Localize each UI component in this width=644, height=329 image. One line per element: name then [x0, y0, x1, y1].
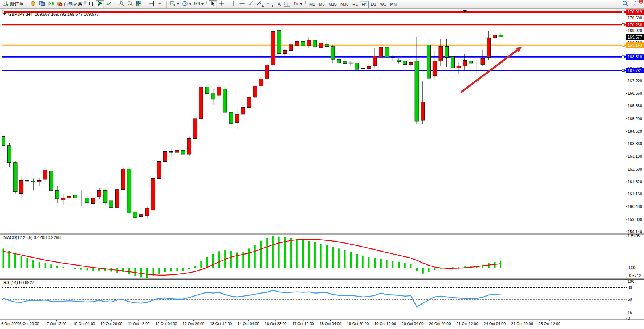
horizontal-line-tool-button[interactable]: [238, 0, 246, 8]
candle-body: [283, 51, 287, 54]
crosshair-tool-button[interactable]: [217, 0, 226, 8]
arrows-caret-icon: [300, 3, 302, 5]
timeframe-m30-button[interactable]: M30: [339, 1, 350, 8]
horizontal-line-icon: [239, 0, 245, 8]
timeframe-h1-button[interactable]: H1: [350, 1, 360, 8]
rsi-tick-label: 15: [628, 310, 632, 315]
time-tick-label: 12 Oct 04:00: [155, 322, 177, 326]
market-watch-button[interactable]: [38, 0, 46, 8]
candle-body: [307, 40, 311, 46]
arrows-tool-button[interactable]: [292, 0, 304, 8]
candle-body: [277, 31, 281, 54]
candle-body: [169, 152, 173, 152]
candle-body: [265, 65, 269, 79]
time-tick-label: 18 Oct 20:00: [347, 322, 369, 326]
channel-tool-button[interactable]: E: [255, 0, 265, 8]
search-button[interactable]: [621, 0, 630, 8]
price-badge-168.510-text: 168.510: [628, 55, 642, 59]
line-handle-icon: [622, 24, 624, 26]
templates-button[interactable]: [193, 0, 205, 8]
price-badge-170.919-text: 170.919: [628, 10, 642, 14]
bar-chart-icon: [88, 0, 94, 8]
tile-windows-button[interactable]: [135, 0, 143, 8]
timeframe-d1-button[interactable]: D1: [369, 1, 378, 8]
candle-body: [193, 119, 197, 138]
vertical-line-tool-button[interactable]: [230, 0, 238, 8]
candle-chart-mode-button[interactable]: [96, 0, 104, 8]
text-tool-button[interactable]: A: [275, 0, 283, 8]
timeframe-m1-button[interactable]: M1: [307, 1, 317, 8]
template-icon: [194, 0, 200, 8]
chart-canvas: 170.600169.920169.260168.580167.900167.2…: [0, 9, 644, 329]
rsi-tick-label: 0: [628, 316, 630, 321]
line-chart-mode-button[interactable]: [104, 0, 113, 8]
line-handle-icon: [622, 69, 624, 72]
zoom-out-button[interactable]: [126, 0, 134, 8]
time-tick-label: 17 Oct 12:00: [292, 322, 314, 326]
candle-body: [37, 180, 41, 182]
macd-tick-label: 0.00: [628, 265, 636, 270]
time-tick-label: 20 Oct 04:00: [401, 322, 424, 326]
chart-shift-button[interactable]: [156, 0, 164, 8]
price-tick-label: 163.860: [628, 141, 642, 146]
vertical-line-icon: [231, 0, 236, 8]
line-chart-icon: [106, 0, 112, 8]
timeframe-w1-button[interactable]: W1: [378, 1, 389, 8]
candle-body: [385, 47, 389, 57]
periods-button[interactable]: [181, 0, 193, 8]
time-tick-label: 24 Oct 20:00: [511, 322, 533, 326]
timeframe-m5-button[interactable]: M5: [317, 1, 326, 8]
timeframe-m15-button[interactable]: M15: [327, 1, 339, 8]
new-order-button[interactable]: 新订单: [2, 0, 25, 8]
fibonacci-tool-button[interactable]: F: [265, 0, 275, 8]
price-tick-label: 161.160: [628, 192, 642, 196]
candle-body: [319, 43, 323, 48]
line-handle-icon: [622, 11, 624, 13]
one-click-trading-arrow-icon[interactable]: [3, 13, 6, 15]
auto-trading-button[interactable]: 自动交易: [55, 0, 83, 8]
rsi-label: RSI(14) 60.8927: [3, 280, 34, 285]
candle-body: [187, 138, 191, 154]
candle-body: [349, 63, 353, 63]
price-tick-label: 164.520: [628, 129, 642, 134]
cursor-tool-button[interactable]: [209, 0, 217, 8]
candle-body: [379, 47, 383, 57]
candle-body: [2, 136, 5, 145]
candle-body: [295, 41, 299, 46]
price-tick-label: 162.500: [628, 167, 642, 171]
price-tick-label: 167.220: [628, 79, 642, 83]
cursor-icon: [210, 0, 216, 8]
candle-body: [235, 114, 239, 123]
trendline-tool-button[interactable]: [247, 0, 255, 8]
candle-body: [55, 190, 59, 199]
price-badge-169.143-text: 169.143: [628, 43, 642, 47]
time-tick-label: 24 Oct 04:00: [484, 322, 506, 326]
macd-panel[interactable]: [2, 235, 626, 278]
chart-profile-button[interactable]: [29, 0, 37, 8]
time-tick-label: 16 Oct 23:00: [265, 322, 287, 326]
candle-body: [331, 47, 335, 59]
auto-scroll-button[interactable]: [147, 0, 156, 8]
timeframe-h4-button[interactable]: H4: [360, 1, 369, 8]
candle-body: [343, 62, 347, 64]
price-tick-label: 165.200: [628, 116, 642, 121]
bar-chart-mode-button[interactable]: [87, 0, 95, 8]
new-chart-icon: [170, 0, 176, 8]
price-tick-label: 169.920: [628, 28, 642, 33]
time-tick-label: 13 Oct 12:00: [210, 322, 232, 326]
candle-body: [427, 45, 431, 78]
new-chart-button[interactable]: [169, 0, 180, 8]
zoom-in-button[interactable]: [117, 0, 125, 8]
notifications-button[interactable]: 1: [632, 0, 642, 8]
time-tick-label: 18 Oct 04:00: [320, 322, 342, 326]
candle-body: [61, 198, 65, 200]
time-tick-label: 7 Oct 12:00: [47, 322, 67, 326]
price-tick-label: 165.880: [628, 103, 642, 108]
label-tool-button[interactable]: T: [283, 0, 291, 8]
candle-body: [397, 60, 401, 62]
search-icon: [622, 0, 629, 8]
time-tick-label: 20 Oct 20:00: [429, 322, 451, 326]
signals-button[interactable]: [47, 0, 55, 8]
timeframe-mn-button[interactable]: MN: [388, 1, 398, 8]
notification-badge: 1: [639, 0, 643, 4]
